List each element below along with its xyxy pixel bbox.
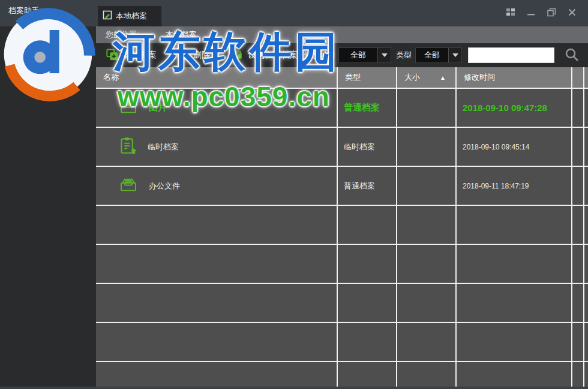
filter-time-dropdown[interactable]: 全部 (338, 47, 391, 63)
column-header-label: 大小 (397, 72, 420, 83)
titlebar: 档案助手 本地档案 (0, 0, 588, 26)
table-row-spacer-cell (584, 167, 588, 205)
empty-cell (397, 245, 455, 283)
empty-cell (397, 284, 455, 322)
table-row-spacer-cell (572, 167, 583, 205)
empty-cell (457, 206, 571, 244)
new-archive-icon (106, 48, 119, 63)
table-row-modified-cell[interactable]: 2018-09-10 09:47:28 (457, 89, 571, 127)
empty-cell (96, 284, 337, 322)
column-header-名称[interactable]: 名称 (96, 67, 337, 88)
empty-cell (584, 323, 588, 361)
table-row-type-cell[interactable]: 临时档案 (338, 128, 396, 166)
column-header-label: 名称 (96, 72, 119, 83)
filter-type-label: 类型 (396, 50, 412, 61)
tab-local-archive[interactable]: 本地档案 (98, 6, 161, 26)
sidebar-item-local-archive[interactable]: 本地档案 (0, 61, 96, 85)
empty-cell (457, 323, 571, 361)
table-row-spacer-cell (572, 89, 583, 127)
empty-cell (457, 245, 571, 283)
app-window: 档案助手 本地档案 (0, 0, 588, 389)
column-header-spacer (572, 67, 583, 88)
chevron-down-icon[interactable] (377, 48, 391, 62)
chevron-down-icon[interactable] (448, 48, 461, 62)
column-header-类型[interactable]: 类型 (338, 67, 396, 88)
empty-cell (397, 362, 455, 387)
search-button[interactable] (564, 47, 580, 64)
archive-name: 临时档案 (148, 142, 179, 152)
toolbar: 新建档案 删除 设为在办档案 (96, 43, 588, 67)
empty-cell (338, 284, 396, 322)
trash-icon (177, 48, 189, 63)
column-header-大小[interactable]: 大小▲ (397, 67, 455, 88)
table-row-spacer-cell (584, 128, 588, 166)
table-row-type-cell[interactable]: 普通档案 (338, 89, 396, 127)
close-icon[interactable] (565, 6, 578, 18)
sidebar: 档案管理 本地档案 (0, 26, 96, 387)
maximize-icon[interactable] (545, 6, 558, 18)
empty-cell (584, 206, 588, 244)
clipboard-up-icon (118, 136, 138, 158)
new-archive-label: 新建档案 (123, 50, 157, 61)
table-row-name-cell[interactable]: 图片 (96, 89, 337, 127)
set-working-archive-label: 设为在办档案 (248, 50, 298, 61)
archive-table: 名称类型大小▲修改时间图片普通档案2018-09-10 09:47:28临时档案… (96, 67, 588, 387)
table-row-modified-cell[interactable]: 2018-09-11 18:47:19 (457, 167, 571, 205)
archive-modified: 2018-09-10 09:47:28 (463, 103, 547, 113)
filter-time-label: 修改时间 (304, 50, 335, 61)
table-row-type-cell[interactable]: 普通档案 (338, 167, 396, 205)
table-row-name-cell[interactable]: 临时档案 (96, 128, 337, 166)
empty-cell (572, 245, 583, 283)
location-bar: 您的位置: 本地档案 (96, 26, 588, 43)
empty-cell (397, 206, 455, 244)
working-archive-icon (230, 48, 244, 63)
search-icon (564, 55, 580, 64)
table-row-size-cell[interactable] (397, 128, 455, 166)
empty-cell (96, 323, 337, 361)
empty-cell (96, 362, 337, 387)
table-row-size-cell[interactable] (397, 167, 455, 205)
new-archive-button[interactable]: 新建档案 (106, 48, 157, 63)
archive-modified: 2018-09-11 18:47:19 (463, 182, 529, 190)
table-row-modified-cell[interactable]: 2018-09-10 09:45:14 (457, 128, 571, 166)
table-row-size-cell[interactable] (397, 89, 455, 127)
empty-cell (338, 362, 396, 387)
window-frame-bottom (0, 387, 588, 389)
table-row-name-cell[interactable]: 办公文件 (96, 167, 337, 205)
archive-type: 普通档案 (344, 102, 380, 113)
empty-cell (338, 245, 396, 283)
delete-button[interactable]: 删除 (177, 48, 210, 63)
archive-name: 图片 (149, 102, 167, 113)
apps-icon[interactable] (504, 6, 517, 18)
window-controls (504, 6, 578, 18)
archive-tray-icon (118, 97, 139, 118)
column-header-label: 类型 (338, 72, 361, 83)
archive-modified: 2018-09-10 09:45:14 (463, 143, 529, 151)
archive-tray-icon (118, 175, 139, 196)
filter-type-dropdown[interactable]: 全部 (415, 47, 462, 63)
empty-cell (457, 362, 571, 387)
app-title: 档案助手 (8, 5, 40, 16)
empty-cell (572, 284, 583, 322)
empty-cell (96, 206, 337, 244)
table-row-spacer-cell (572, 128, 583, 166)
empty-cell (338, 206, 396, 244)
archive-type: 临时档案 (344, 142, 375, 152)
column-header-修改时间[interactable]: 修改时间 (457, 67, 571, 88)
column-header-label: 修改时间 (457, 72, 495, 83)
search-input[interactable] (468, 47, 554, 63)
filter-time-value: 全部 (339, 50, 377, 61)
delete-label: 删除 (193, 50, 210, 61)
set-working-archive-button[interactable]: 设为在办档案 (230, 48, 298, 63)
sort-asc-icon: ▲ (440, 74, 446, 81)
empty-cell (96, 245, 337, 283)
sidebar-section-label: 档案管理 (0, 26, 96, 43)
location-label: 您的位置: (106, 29, 139, 40)
minimize-icon[interactable] (524, 6, 538, 18)
table-row-spacer-cell (584, 89, 588, 127)
empty-cell (572, 362, 583, 387)
empty-cell (338, 323, 396, 361)
sidebar-item-label: 本地档案 (43, 68, 77, 79)
edit-document-icon (103, 10, 112, 22)
empty-cell (572, 323, 583, 361)
